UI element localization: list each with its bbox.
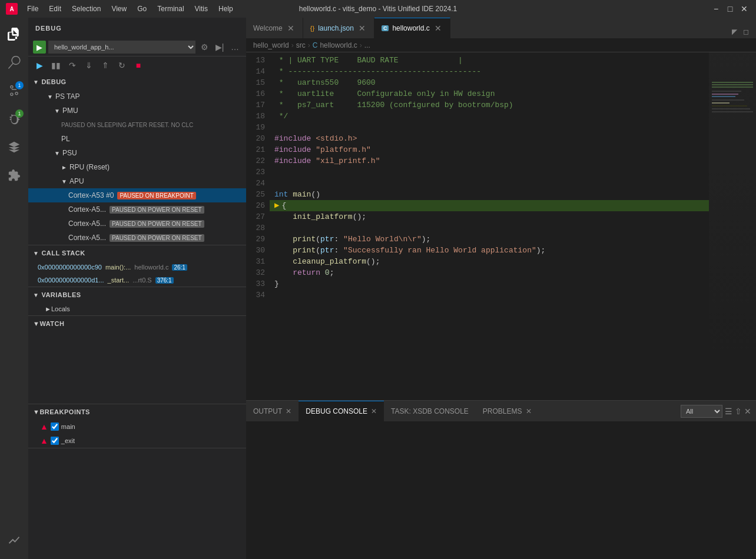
code-line-24 (270, 178, 709, 189)
stop-button[interactable]: ■ (132, 59, 145, 72)
debug-config-select[interactable]: hello_world_app_h... (48, 41, 195, 54)
menu-help[interactable]: Help (214, 2, 238, 15)
maximize-button[interactable]: □ (724, 3, 736, 15)
debug-settings-button[interactable]: ⚙ (198, 41, 211, 54)
psu-item[interactable]: ▼ PSU (28, 146, 246, 160)
breadcrumb-hello-world[interactable]: hello_world (253, 41, 289, 49)
cortex-a53-1-item[interactable]: Cortex-A5... PAUSED ON POWER ON RESET (28, 202, 246, 217)
debug-open-config-button[interactable]: ▶| (213, 41, 226, 54)
debug-more-button[interactable]: … (228, 41, 241, 54)
tab-debug-console[interactable]: DEBUG CONSOLE ✕ (299, 401, 384, 421)
breadcrumb-more[interactable]: ... (364, 41, 370, 49)
tab-helloworld-c[interactable]: C helloworld.c ✕ (374, 18, 450, 38)
call-stack-item-1[interactable]: 0x0000000000000d1... _start... ...rt0.S … (28, 274, 246, 287)
minimize-button[interactable]: − (710, 3, 722, 15)
breakpoint-exit-item[interactable]: ▲ _exit (28, 434, 246, 448)
menu-view[interactable]: View (107, 2, 131, 15)
menu-terminal[interactable]: Terminal (152, 2, 188, 15)
pl-item[interactable]: PL (28, 132, 246, 146)
step-out-button[interactable]: ⇑ (99, 59, 112, 72)
code-line-14: * --------------------------------------… (270, 66, 709, 77)
debug-badge: 1 (15, 109, 24, 118)
menu-go[interactable]: Go (132, 2, 151, 15)
code-content[interactable]: * | UART TYPE BAUD RATE | * ------------… (270, 52, 709, 400)
cortex-a53-0-item[interactable]: Cortex-A53 #0 PAUSED ON BREAKPOINT (28, 188, 246, 202)
rpu-item[interactable]: ► RPU (Reset) (28, 160, 246, 174)
pmu-item[interactable]: ▼ PMU (28, 104, 246, 118)
menu-edit[interactable]: Edit (44, 2, 66, 15)
call-stack-section: ▼ CALL STACK 0x0000000000000c90 main():.… (28, 245, 246, 287)
code-line-34 (270, 290, 709, 301)
code-line-21: #include "platform.h" (270, 144, 709, 155)
editor-area: Welcome ✕ {} launch.json ✕ C helloworld.… (246, 18, 756, 559)
breakpoint-main-item[interactable]: ▲ main (28, 420, 246, 434)
debug-section-header[interactable]: ▼ DEBUG (28, 74, 246, 89)
continue-button[interactable]: ▶ (33, 59, 46, 72)
tab-output-close[interactable]: ✕ (286, 407, 291, 415)
locals-item[interactable]: ► Locals (28, 302, 246, 315)
bottom-right-controls: All Error Warning Info ☰ ⇧ ✕ (681, 405, 756, 418)
split-editor-button[interactable]: ◤ (730, 25, 740, 38)
toggle-panel-button[interactable]: ◻ (741, 25, 751, 38)
breakpoints-header[interactable]: ▼ BREAKPOINTS (28, 404, 246, 420)
breakpoint-main-icon: ▲ (40, 422, 48, 431)
activity-search[interactable] (0, 48, 28, 76)
activity-source-control[interactable]: 1 (0, 76, 28, 105)
rpu-chevron-icon: ► (61, 164, 67, 171)
watch-header[interactable]: ▼ WATCH (28, 316, 246, 331)
code-line-20: #include <stdio.h> (270, 133, 709, 144)
tab-welcome[interactable]: Welcome ✕ (246, 18, 303, 38)
scroll-up-icon[interactable]: ⇧ (735, 407, 742, 416)
tab-launch-json-close[interactable]: ✕ (357, 24, 367, 33)
code-line-19 (270, 122, 709, 133)
activity-bar: 1 1 (0, 18, 28, 559)
pause-button[interactable]: ▮▮ (49, 59, 62, 72)
debug-run-button[interactable]: ▶ (33, 41, 46, 54)
tab-output[interactable]: OUTPUT ✕ (246, 401, 299, 421)
activity-explore[interactable] (0, 20, 28, 48)
step-over-button[interactable]: ↷ (66, 59, 79, 72)
close-button[interactable]: ✕ (738, 3, 750, 15)
breadcrumb-file[interactable]: helloworld.c (320, 41, 357, 49)
debug-controls: ▶ hello_world_app_h... ⚙ ▶| … (28, 38, 246, 56)
filter-select[interactable]: All Error Warning Info (681, 405, 722, 418)
variables-header[interactable]: ▼ VARIABLES (28, 287, 246, 302)
breakpoints-section: ▼ BREAKPOINTS ▲ main ▲ _exit (28, 404, 246, 448)
tab-problems[interactable]: PROBLEMS ✕ (476, 401, 539, 421)
tab-helloworld-close[interactable]: ✕ (433, 24, 443, 33)
call-stack-chevron-icon: ▼ (33, 250, 39, 257)
call-stack-header[interactable]: ▼ CALL STACK (28, 245, 246, 261)
call-stack-item-0[interactable]: 0x0000000000000c90 main():... helloworld… (28, 261, 246, 274)
ps-tap-item[interactable]: ▼ PS TAP (28, 89, 246, 104)
cortex-a53-3-item[interactable]: Cortex-A5... PAUSED ON POWER ON RESET (28, 231, 246, 245)
activity-vitis[interactable] (0, 133, 28, 161)
tab-launch-json[interactable]: {} launch.json ✕ (303, 18, 374, 38)
breadcrumb-src[interactable]: src (296, 41, 306, 49)
tab-bar: Welcome ✕ {} launch.json ✕ C helloworld.… (246, 18, 756, 38)
close-panel-icon[interactable]: ✕ (744, 407, 751, 416)
menu-selection[interactable]: Selection (67, 2, 105, 15)
apu-item[interactable]: ▼ APU (28, 174, 246, 188)
code-line-32: return 0; (270, 267, 709, 278)
code-editor: 13 14 15 16 17 18 19 20 21 22 23 24 25 2… (246, 52, 756, 400)
debug-tree: ▼ DEBUG ▼ PS TAP ▼ PMU PAUSED ON SLEEPIN… (28, 74, 246, 559)
breakpoint-exit-checkbox[interactable] (51, 437, 59, 445)
activity-analytics[interactable] (0, 526, 28, 554)
filter-icon[interactable]: ☰ (725, 407, 732, 416)
breadcrumb-sep-1: › (291, 41, 294, 49)
watch-chevron-icon: ▼ (33, 320, 39, 327)
menu-file[interactable]: File (22, 2, 43, 15)
breakpoint-main-checkbox[interactable] (51, 422, 59, 431)
activity-debug[interactable]: 1 (0, 105, 28, 133)
activity-extensions[interactable] (0, 161, 28, 189)
restart-button[interactable]: ↻ (115, 59, 128, 72)
tab-welcome-close[interactable]: ✕ (286, 24, 296, 33)
cortex-a53-2-item[interactable]: Cortex-A5... PAUSED ON POWER ON RESET (28, 217, 246, 231)
menu-vitis[interactable]: Vitis (190, 2, 213, 15)
step-into-button[interactable]: ⇓ (82, 59, 95, 72)
pmu-status-item[interactable]: PAUSED ON SLEEPING AFTER RESET. NO CLC (28, 118, 246, 132)
tab-xsdb-console[interactable]: TASK: XSDB CONSOLE (384, 401, 476, 421)
tab-debug-console-close[interactable]: ✕ (371, 407, 377, 415)
tab-problems-close[interactable]: ✕ (526, 407, 532, 415)
watch-section: ▼ WATCH (28, 316, 246, 404)
